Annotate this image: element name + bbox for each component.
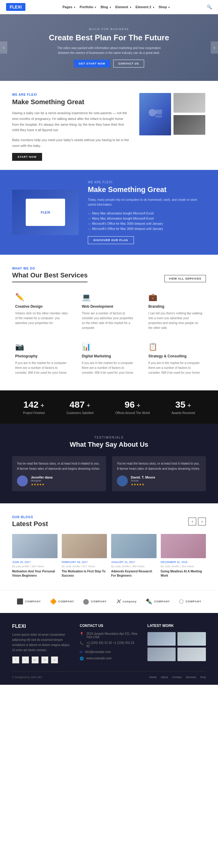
nav-blog[interactable]: Blog ▾	[100, 5, 111, 9]
nav-element2[interactable]: Element 2 ▾	[136, 5, 154, 9]
blog-date: DECEMBER 31, 2016	[161, 561, 206, 564]
hero-prev-button[interactable]: ‹	[0, 41, 7, 54]
about-desc1: Having a baby can be a nerve-wracking ex…	[12, 110, 130, 133]
footer-nav-faq[interactable]: FAQ	[200, 676, 206, 679]
about-label: WE ARE FLEXI	[12, 93, 130, 96]
testimonials-title: What They Say About Us	[12, 441, 206, 448]
blog-date: JANUARY 31, 2017	[111, 561, 157, 564]
nav-logo[interactable]: FLEXI	[6, 3, 25, 11]
blog-header: OUR BLOGS Latest Post ‹ ›	[12, 516, 206, 528]
brand-name: COMPANY	[91, 600, 106, 603]
service-desc: There are a number of factors to conside…	[82, 311, 136, 331]
footer-grid: FLEXI Lorem ipsum dolor sit amet consect…	[12, 624, 206, 663]
blog-prev-button[interactable]: ‹	[188, 518, 196, 525]
feature-discover-button[interactable]: DISCOVER OUR PLAN	[88, 236, 134, 244]
svg-rect-1	[155, 110, 162, 114]
services-grid: ✏️ Creative Design Visitors click on the…	[12, 290, 206, 378]
service-name: Photography	[15, 354, 70, 358]
stat-projects: 142 + Project Finished	[23, 400, 45, 414]
stat-number: 35 +	[172, 400, 195, 410]
stats-section: 142 + Project Finished 487 + Customers S…	[0, 391, 218, 424]
hero-section: ‹ BUILD FOR BUSINESS Create Best Plan Fo…	[0, 14, 218, 81]
author-avatar	[117, 475, 128, 486]
stat-label: Offices Around The World	[115, 411, 150, 414]
hero-title: Create Best Plan For The Future	[49, 33, 169, 42]
blog-date: JUNE 20, 2017	[12, 561, 58, 564]
author-role: designer	[31, 479, 53, 482]
blog-image	[62, 534, 107, 558]
feature-desc: Today, many people rely on computers to …	[88, 197, 206, 207]
brand-icon-6: ⬡	[179, 598, 184, 605]
testimonials-section: TESTIMONIALS What They Say About Us You'…	[0, 424, 218, 503]
blog-title: Going Meatless At A Meeting Work	[161, 569, 206, 578]
brand-item: ✕ company	[116, 598, 137, 605]
footer-social: f t g+ in p	[12, 656, 70, 663]
nav-portfolio[interactable]: Portfolio ▾	[80, 5, 96, 9]
services-viewall-button[interactable]: VIEW ALL SERVICES	[164, 275, 206, 282]
footer-nav: Home About Contact Services FAQ	[149, 676, 206, 679]
social-google-button[interactable]: g+	[31, 656, 39, 663]
feature-list-item: Many Mac aficionados bought Microsoft Ex…	[88, 216, 206, 221]
about-images-right	[174, 93, 205, 135]
blog-grid: JUNE 20, 2017 By judy jenifer | 350 View…	[12, 534, 206, 578]
social-twitter-button[interactable]: t	[22, 656, 29, 663]
stat-label: Awards Received	[172, 411, 195, 414]
blog-image	[111, 534, 157, 558]
brand-name: COMPANY	[154, 600, 170, 603]
blog-title: Adwords Keyword Research For Beginners	[111, 569, 157, 578]
footer: FLEXI Lorem ipsum dolor sit amet consect…	[0, 613, 218, 685]
strategy-icon: 📋	[148, 343, 203, 351]
service-item-photo: 📷 Photography If you are in the market f…	[12, 340, 73, 378]
feature-image: FLEXI	[12, 190, 79, 235]
blog-image	[12, 534, 58, 558]
about-image-main	[139, 93, 171, 135]
footer-nav-services[interactable]: Services	[186, 676, 196, 679]
work-thumb-2	[178, 632, 206, 646]
social-pinterest-button[interactable]: p	[51, 656, 58, 663]
address-icon: 📍	[80, 632, 84, 639]
blog-title: Latest Post	[12, 520, 48, 528]
brand-item: ✒️ COMPANY	[146, 598, 170, 605]
navbar: FLEXI Pages ▾ Portfolio ▾ Blog ▾ Element…	[0, 0, 218, 14]
hero-getstart-button[interactable]: GET START NOW	[74, 60, 110, 67]
contact-email: ✉ info@example.com	[80, 650, 138, 654]
footer-nav-home[interactable]: Home	[149, 676, 157, 679]
footer-nav-contact[interactable]: Contact	[172, 676, 181, 679]
photography-icon: 📷	[15, 343, 70, 351]
about-image-sm1	[174, 93, 205, 113]
blog-card: FEBRUARY 09, 2017 By Judy Jenifer | 517 …	[62, 534, 107, 578]
nav-pages[interactable]: Pages ▾	[62, 5, 75, 9]
footer-work-title: LATEST WORK	[148, 624, 206, 628]
rating-stars: ★★★★★	[31, 483, 53, 486]
blog-meta: By Judy Jenifer | 517 Views	[62, 565, 107, 568]
footer-latest-work: LATEST WORK	[148, 624, 206, 663]
feature-content: WE ARE FLEXI Make Something Great Today,…	[88, 181, 206, 244]
service-item-creative: ✏️ Creative Design Visitors click on the…	[12, 290, 73, 334]
svg-point-0	[149, 109, 156, 116]
phone-icon: 📞	[80, 641, 84, 648]
brand-item: ⬛ COMPANY	[17, 598, 41, 605]
footer-nav-about[interactable]: About	[161, 676, 168, 679]
brand-name: COMPANY	[58, 600, 74, 603]
blog-nav: ‹ ›	[188, 518, 206, 525]
services-label: WHAT WE DO	[12, 267, 206, 270]
search-icon[interactable]: 🔍	[207, 4, 212, 9]
service-name: Web Development	[82, 304, 136, 309]
brand-icon-5: ✒️	[146, 598, 152, 605]
about-content: WE ARE FLEXI Make Something Great Having…	[12, 93, 130, 161]
about-startnow-button[interactable]: START NOW	[12, 153, 42, 161]
nav-links: Pages ▾ Portfolio ▾ Blog ▾ Element ▾ Ele…	[62, 5, 169, 9]
blog-next-button[interactable]: ›	[198, 518, 206, 525]
hero-contact-button[interactable]: CONTACT US	[113, 60, 144, 67]
brands-section: ⬛ COMPANY 🔶 COMPANY ⬤ COMPANY ✕ company …	[0, 590, 218, 613]
nav-element[interactable]: Element ▾	[115, 5, 131, 9]
nav-shop[interactable]: Shop ▾	[159, 5, 170, 9]
feature-list-item: Microsoft's Office for Mac 3000 delayed …	[88, 221, 206, 226]
hero-next-button[interactable]: ›	[211, 41, 218, 54]
web-development-icon: 💻	[82, 293, 136, 301]
author-avatar	[17, 475, 28, 486]
service-desc: If you are in the market for a computer …	[82, 361, 136, 375]
blog-meta: By Judy Jenifer | 369 Views	[111, 565, 157, 568]
social-linkedin-button[interactable]: in	[41, 656, 49, 663]
social-facebook-button[interactable]: f	[12, 656, 20, 663]
